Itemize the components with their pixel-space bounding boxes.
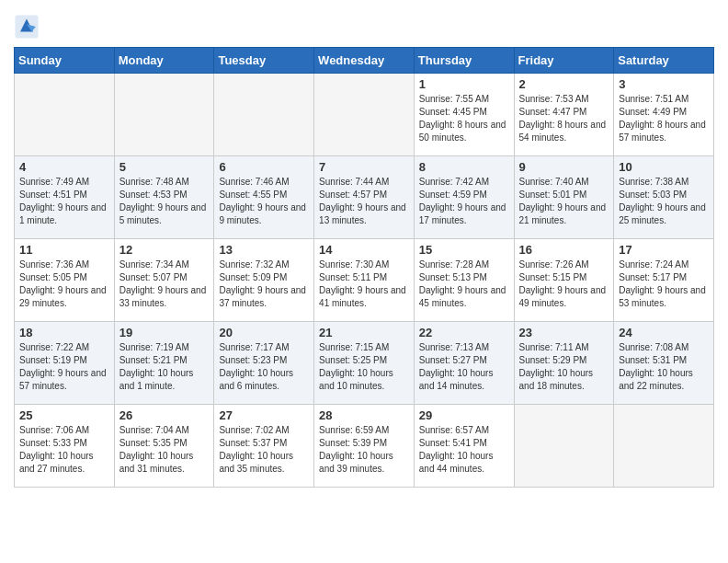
day-info: Sunrise: 7:19 AM Sunset: 5:21 PM Dayligh… — [119, 341, 210, 393]
day-number: 23 — [519, 326, 609, 339]
calendar-day-cell: 20 Sunrise: 7:17 AM Sunset: 5:23 PM Dayl… — [214, 322, 314, 405]
calendar-day-cell: 27 Sunrise: 7:02 AM Sunset: 5:37 PM Dayl… — [214, 405, 314, 488]
calendar-day-cell: 13 Sunrise: 7:32 AM Sunset: 5:09 PM Dayl… — [214, 239, 314, 322]
day-info: Sunrise: 7:53 AM Sunset: 4:47 PM Dayligh… — [519, 93, 609, 144]
day-info: Sunrise: 7:44 AM Sunset: 4:57 PM Dayligh… — [319, 176, 409, 227]
day-number: 14 — [319, 243, 409, 257]
day-number: 24 — [619, 326, 709, 339]
day-info: Sunrise: 7:17 AM Sunset: 5:23 PM Dayligh… — [219, 341, 309, 393]
calendar-day-cell: 4 Sunrise: 7:49 AM Sunset: 4:51 PM Dayli… — [15, 156, 115, 239]
calendar-day-cell: 18 Sunrise: 7:22 AM Sunset: 5:19 PM Dayl… — [15, 322, 115, 405]
day-number: 12 — [119, 243, 210, 257]
calendar-week-row: 25 Sunrise: 7:06 AM Sunset: 5:33 PM Dayl… — [15, 405, 714, 488]
calendar-day-cell: 7 Sunrise: 7:44 AM Sunset: 4:57 PM Dayli… — [314, 156, 415, 239]
day-info: Sunrise: 7:48 AM Sunset: 4:53 PM Dayligh… — [119, 176, 210, 227]
calendar-week-row: 1 Sunrise: 7:55 AM Sunset: 4:45 PM Dayli… — [15, 74, 714, 156]
calendar-day-cell: 3 Sunrise: 7:51 AM Sunset: 4:49 PM Dayli… — [614, 74, 714, 156]
day-info: Sunrise: 7:40 AM Sunset: 5:01 PM Dayligh… — [519, 176, 609, 227]
day-info: Sunrise: 7:55 AM Sunset: 4:45 PM Dayligh… — [419, 93, 509, 144]
day-info: Sunrise: 7:26 AM Sunset: 5:15 PM Dayligh… — [519, 259, 609, 310]
day-number: 8 — [419, 160, 509, 174]
day-info: Sunrise: 7:32 AM Sunset: 5:09 PM Dayligh… — [219, 259, 309, 310]
day-number: 9 — [519, 160, 609, 174]
day-number: 15 — [419, 243, 509, 257]
header-wednesday: Wednesday — [314, 48, 415, 74]
day-number: 4 — [19, 160, 109, 174]
calendar-day-cell — [114, 74, 214, 156]
header-monday: Monday — [114, 48, 214, 74]
day-number: 5 — [119, 160, 210, 174]
header-sunday: Sunday — [15, 48, 115, 74]
header-saturday: Saturday — [614, 48, 714, 74]
day-info: Sunrise: 7:42 AM Sunset: 4:59 PM Dayligh… — [419, 176, 509, 227]
header-thursday: Thursday — [414, 48, 514, 74]
calendar-day-cell: 29 Sunrise: 6:57 AM Sunset: 5:41 PM Dayl… — [414, 405, 514, 488]
calendar-day-cell — [514, 405, 614, 488]
day-info: Sunrise: 7:08 AM Sunset: 5:31 PM Dayligh… — [619, 341, 709, 393]
header-tuesday: Tuesday — [214, 48, 314, 74]
day-number: 28 — [319, 408, 409, 422]
calendar-day-cell: 6 Sunrise: 7:46 AM Sunset: 4:55 PM Dayli… — [214, 156, 314, 239]
day-info: Sunrise: 7:28 AM Sunset: 5:13 PM Dayligh… — [419, 259, 509, 310]
calendar-day-cell: 16 Sunrise: 7:26 AM Sunset: 5:15 PM Dayl… — [514, 239, 614, 322]
day-number: 26 — [119, 408, 210, 422]
calendar-day-cell: 11 Sunrise: 7:36 AM Sunset: 5:05 PM Dayl… — [15, 239, 115, 322]
calendar-day-cell: 23 Sunrise: 7:11 AM Sunset: 5:29 PM Dayl… — [514, 322, 614, 405]
calendar-week-row: 18 Sunrise: 7:22 AM Sunset: 5:19 PM Dayl… — [15, 322, 714, 405]
calendar-day-cell: 14 Sunrise: 7:30 AM Sunset: 5:11 PM Dayl… — [314, 239, 415, 322]
header — [14, 9, 714, 40]
day-number: 29 — [419, 408, 509, 422]
day-info: Sunrise: 7:30 AM Sunset: 5:11 PM Dayligh… — [319, 259, 409, 310]
calendar-week-row: 4 Sunrise: 7:49 AM Sunset: 4:51 PM Dayli… — [15, 156, 714, 239]
day-number: 22 — [419, 326, 509, 339]
day-number: 11 — [19, 243, 109, 257]
day-number: 18 — [19, 326, 109, 339]
day-info: Sunrise: 7:22 AM Sunset: 5:19 PM Dayligh… — [19, 341, 109, 393]
day-number: 7 — [319, 160, 409, 174]
calendar-day-cell: 1 Sunrise: 7:55 AM Sunset: 4:45 PM Dayli… — [414, 74, 514, 156]
day-info: Sunrise: 7:11 AM Sunset: 5:29 PM Dayligh… — [519, 341, 609, 393]
day-info: Sunrise: 6:59 AM Sunset: 5:39 PM Dayligh… — [319, 424, 409, 476]
day-number: 2 — [519, 77, 609, 91]
day-info: Sunrise: 7:06 AM Sunset: 5:33 PM Dayligh… — [19, 424, 109, 476]
day-number: 25 — [19, 408, 109, 422]
calendar-day-cell — [15, 74, 115, 156]
day-info: Sunrise: 7:36 AM Sunset: 5:05 PM Dayligh… — [19, 259, 109, 310]
calendar-day-cell: 10 Sunrise: 7:38 AM Sunset: 5:03 PM Dayl… — [614, 156, 714, 239]
calendar-day-cell: 2 Sunrise: 7:53 AM Sunset: 4:47 PM Dayli… — [514, 74, 614, 156]
day-number: 6 — [219, 160, 309, 174]
calendar-day-cell: 17 Sunrise: 7:24 AM Sunset: 5:17 PM Dayl… — [614, 239, 714, 322]
calendar-day-cell: 15 Sunrise: 7:28 AM Sunset: 5:13 PM Dayl… — [414, 239, 514, 322]
calendar-day-cell: 22 Sunrise: 7:13 AM Sunset: 5:27 PM Dayl… — [414, 322, 514, 405]
calendar-week-row: 11 Sunrise: 7:36 AM Sunset: 5:05 PM Dayl… — [15, 239, 714, 322]
day-number: 16 — [519, 243, 609, 257]
calendar-day-cell — [214, 74, 314, 156]
day-info: Sunrise: 7:49 AM Sunset: 4:51 PM Dayligh… — [19, 176, 109, 227]
day-number: 1 — [419, 77, 509, 91]
day-info: Sunrise: 7:38 AM Sunset: 5:03 PM Dayligh… — [619, 176, 709, 227]
day-number: 13 — [219, 243, 309, 257]
calendar-day-cell: 26 Sunrise: 7:04 AM Sunset: 5:35 PM Dayl… — [114, 405, 214, 488]
day-number: 20 — [219, 326, 309, 339]
day-number: 21 — [319, 326, 409, 339]
calendar-day-cell: 9 Sunrise: 7:40 AM Sunset: 5:01 PM Dayli… — [514, 156, 614, 239]
day-info: Sunrise: 7:15 AM Sunset: 5:25 PM Dayligh… — [319, 341, 409, 393]
logo — [14, 14, 43, 40]
calendar-day-cell: 25 Sunrise: 7:06 AM Sunset: 5:33 PM Dayl… — [15, 405, 115, 488]
day-number: 27 — [219, 408, 309, 422]
day-info: Sunrise: 7:02 AM Sunset: 5:37 PM Dayligh… — [219, 424, 309, 476]
day-info: Sunrise: 7:51 AM Sunset: 4:49 PM Dayligh… — [619, 93, 709, 144]
day-number: 17 — [619, 243, 709, 257]
calendar-day-cell: 28 Sunrise: 6:59 AM Sunset: 5:39 PM Dayl… — [314, 405, 415, 488]
header-friday: Friday — [514, 48, 614, 74]
calendar-day-cell: 12 Sunrise: 7:34 AM Sunset: 5:07 PM Dayl… — [114, 239, 214, 322]
calendar-day-cell — [314, 74, 415, 156]
day-number: 19 — [119, 326, 210, 339]
calendar-day-cell: 24 Sunrise: 7:08 AM Sunset: 5:31 PM Dayl… — [614, 322, 714, 405]
logo-icon — [14, 14, 40, 40]
day-number: 10 — [619, 160, 709, 174]
day-info: Sunrise: 6:57 AM Sunset: 5:41 PM Dayligh… — [419, 424, 509, 476]
day-info: Sunrise: 7:13 AM Sunset: 5:27 PM Dayligh… — [419, 341, 509, 393]
calendar-header-row: SundayMondayTuesdayWednesdayThursdayFrid… — [15, 48, 714, 74]
day-info: Sunrise: 7:04 AM Sunset: 5:35 PM Dayligh… — [119, 424, 210, 476]
